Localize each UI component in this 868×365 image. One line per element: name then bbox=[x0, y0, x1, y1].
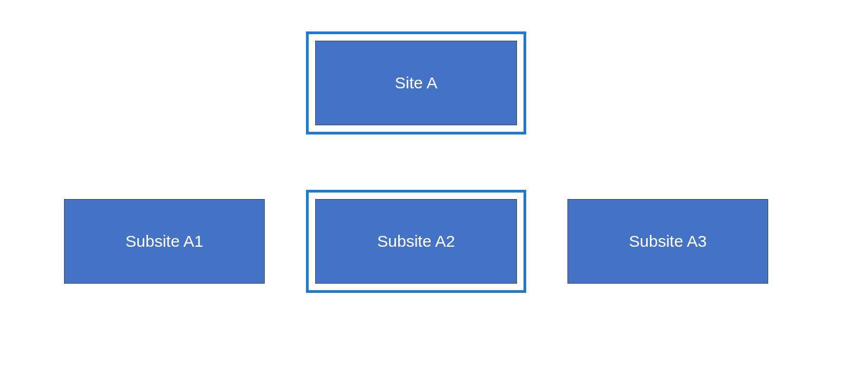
node-subsite-a2-label: Subsite A2 bbox=[377, 232, 455, 251]
node-subsite-a3: Subsite A3 bbox=[567, 199, 768, 284]
node-subsite-a3-box: Subsite A3 bbox=[567, 199, 768, 284]
node-subsite-a1: Subsite A1 bbox=[64, 199, 265, 284]
node-subsite-a1-box: Subsite A1 bbox=[64, 199, 265, 284]
node-subsite-a2-box: Subsite A2 bbox=[315, 199, 517, 284]
node-subsite-a2: Subsite A2 bbox=[306, 190, 526, 293]
node-site-a-box: Site A bbox=[315, 41, 517, 125]
node-site-a: Site A bbox=[306, 31, 526, 135]
node-site-a-label: Site A bbox=[395, 74, 437, 92]
node-subsite-a3-label: Subsite A3 bbox=[629, 232, 706, 251]
node-subsite-a1-label: Subsite A1 bbox=[125, 232, 203, 251]
